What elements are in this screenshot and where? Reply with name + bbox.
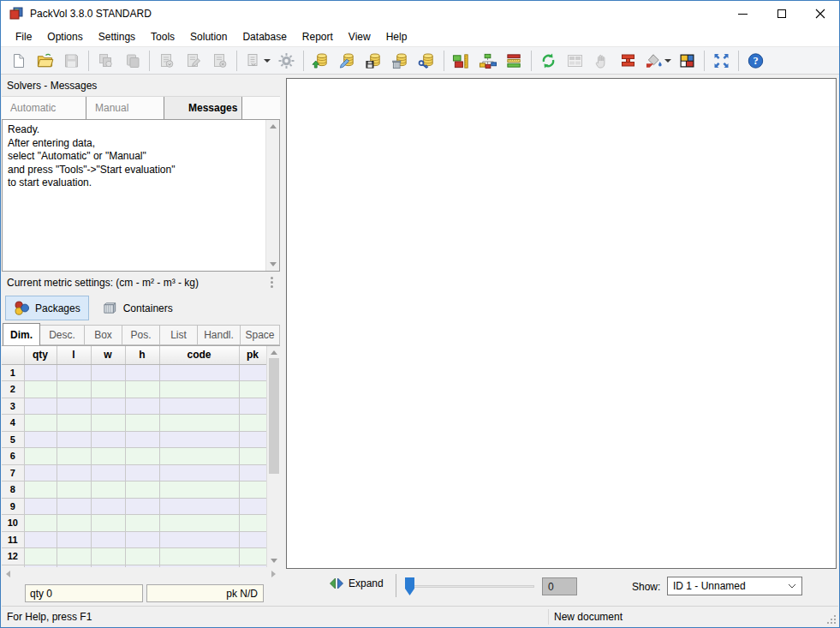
cell-pk[interactable] bbox=[239, 515, 266, 532]
cell-qty[interactable] bbox=[24, 464, 57, 481]
cell-l[interactable] bbox=[57, 381, 91, 398]
new-document-button[interactable] bbox=[5, 49, 32, 73]
close-button[interactable] bbox=[801, 1, 839, 27]
cell-pk[interactable] bbox=[239, 398, 266, 415]
expand-button[interactable]: Expand bbox=[329, 577, 384, 590]
report-remove-button[interactable] bbox=[206, 49, 233, 73]
tab-packages[interactable]: Packages bbox=[5, 296, 89, 320]
menu-item[interactable]: Options bbox=[39, 28, 90, 45]
cell-qty[interactable] bbox=[24, 548, 57, 565]
db-access-button[interactable] bbox=[414, 49, 440, 73]
cell-w[interactable] bbox=[91, 531, 125, 548]
cell-l[interactable] bbox=[57, 565, 91, 567]
cell-w[interactable] bbox=[91, 548, 125, 565]
slider-thumb[interactable] bbox=[405, 577, 414, 595]
grid-view-button[interactable] bbox=[562, 49, 588, 73]
menu-item[interactable]: File bbox=[8, 28, 39, 45]
zoom-fit-button[interactable] bbox=[708, 49, 735, 73]
save-file-button[interactable] bbox=[58, 49, 85, 73]
cell-h[interactable] bbox=[125, 515, 159, 532]
packages-subtab[interactable]: Dim. bbox=[3, 323, 40, 345]
grid-column-header[interactable]: h bbox=[125, 346, 159, 364]
cell-w[interactable] bbox=[91, 464, 125, 481]
cell-pk[interactable] bbox=[239, 565, 266, 567]
row-number[interactable]: 10 bbox=[2, 515, 24, 532]
cell-l[interactable] bbox=[57, 531, 91, 548]
view-canvas[interactable] bbox=[286, 78, 837, 569]
packages-subtab[interactable]: Desc. bbox=[40, 325, 85, 345]
cell-l[interactable] bbox=[57, 431, 91, 448]
panel-grip-icon[interactable] bbox=[271, 275, 273, 290]
packages-subtab[interactable]: Space bbox=[241, 325, 280, 345]
cell-pk[interactable] bbox=[239, 531, 266, 548]
row-number[interactable]: 11 bbox=[2, 531, 24, 548]
cell-w[interactable] bbox=[91, 398, 125, 415]
row-number[interactable]: 9 bbox=[2, 498, 24, 515]
menu-item[interactable]: Settings bbox=[91, 28, 143, 45]
help-button[interactable]: ? bbox=[742, 49, 769, 73]
packages-subtab[interactable]: Box bbox=[85, 325, 122, 345]
cell-h[interactable] bbox=[125, 431, 159, 448]
refresh-view-button[interactable] bbox=[535, 49, 562, 73]
cell-l[interactable] bbox=[57, 398, 91, 415]
cell-w[interactable] bbox=[91, 448, 125, 465]
messages-scrollbar[interactable] bbox=[265, 120, 279, 271]
resize-grip-icon[interactable] bbox=[825, 613, 837, 625]
cell-h[interactable] bbox=[125, 565, 159, 567]
row-number[interactable]: 12 bbox=[2, 548, 24, 565]
cell-h[interactable] bbox=[125, 548, 159, 565]
cell-qty[interactable] bbox=[24, 431, 57, 448]
tab-automatic[interactable]: Automatic bbox=[2, 97, 86, 119]
cell-w[interactable] bbox=[91, 431, 125, 448]
row-number[interactable]: 3 bbox=[2, 398, 24, 415]
cell-h[interactable] bbox=[125, 498, 159, 515]
scrollbar-thumb[interactable] bbox=[269, 358, 279, 474]
cell-qty[interactable] bbox=[24, 364, 57, 381]
cell-h[interactable] bbox=[125, 364, 159, 381]
cell-w[interactable] bbox=[91, 364, 125, 381]
cell-qty[interactable] bbox=[24, 531, 57, 548]
cell-l[interactable] bbox=[57, 415, 91, 432]
define-structure-button[interactable] bbox=[474, 49, 501, 73]
cell-pk[interactable] bbox=[239, 548, 266, 565]
cell-w[interactable] bbox=[91, 381, 125, 398]
cell-h[interactable] bbox=[125, 398, 159, 415]
cell-code[interactable] bbox=[159, 464, 239, 481]
menu-item[interactable]: Report bbox=[295, 28, 341, 45]
cell-code[interactable] bbox=[159, 565, 239, 567]
menu-item[interactable]: Tools bbox=[143, 28, 182, 45]
open-file-button[interactable] bbox=[32, 49, 58, 73]
menu-item[interactable]: Database bbox=[235, 28, 294, 45]
grid-column-header[interactable]: l bbox=[57, 346, 91, 364]
cell-code[interactable] bbox=[159, 498, 239, 515]
tab-messages[interactable]: Messages bbox=[164, 97, 242, 119]
row-number[interactable]: 13 bbox=[2, 565, 24, 567]
cell-pk[interactable] bbox=[239, 481, 266, 499]
solid-view-button[interactable] bbox=[615, 49, 641, 73]
cell-h[interactable] bbox=[125, 381, 159, 398]
row-number[interactable]: 6 bbox=[2, 448, 24, 465]
slider-track[interactable] bbox=[405, 585, 534, 588]
tab-manual[interactable]: Manual bbox=[86, 97, 164, 119]
export-report-button[interactable] bbox=[241, 49, 273, 73]
cell-code[interactable] bbox=[159, 415, 239, 432]
grid-horizontal-scrollbar[interactable] bbox=[2, 567, 280, 580]
cell-pk[interactable] bbox=[239, 381, 266, 398]
cell-l[interactable] bbox=[57, 548, 91, 565]
packages-subtab[interactable]: List bbox=[160, 325, 198, 345]
row-number[interactable]: 8 bbox=[2, 481, 24, 499]
cell-qty[interactable] bbox=[24, 398, 57, 415]
cell-code[interactable] bbox=[159, 448, 239, 465]
cell-code[interactable] bbox=[159, 548, 239, 565]
cell-h[interactable] bbox=[125, 415, 159, 432]
db-import-button[interactable] bbox=[307, 49, 334, 73]
tab-containers[interactable]: Containers bbox=[94, 296, 181, 320]
packages-subtab[interactable]: Handl. bbox=[198, 325, 241, 345]
cell-qty[interactable] bbox=[24, 565, 57, 567]
cell-l[interactable] bbox=[57, 481, 91, 499]
db-edit-button[interactable] bbox=[334, 49, 360, 73]
define-dimensions-button[interactable] bbox=[448, 49, 474, 73]
cell-l[interactable] bbox=[57, 464, 91, 481]
grid-column-header[interactable]: qty bbox=[24, 346, 57, 364]
row-number[interactable]: 7 bbox=[2, 464, 24, 481]
